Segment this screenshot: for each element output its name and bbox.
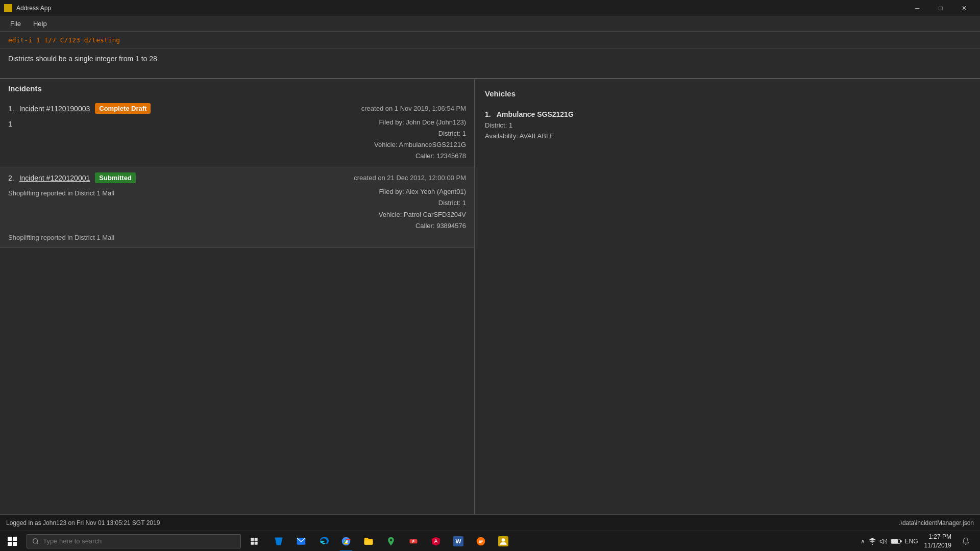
wifi-icon bbox=[868, 537, 876, 545]
title-bar-controls: ─ □ ✕ bbox=[905, 0, 976, 16]
svg-point-19 bbox=[502, 538, 505, 542]
svg-rect-6 bbox=[251, 538, 254, 541]
maps-icon-button[interactable] bbox=[380, 531, 402, 552]
incident-item-1: 1. Incident #1120190003 Complete Draft c… bbox=[0, 98, 474, 167]
incident-1-meta: Filed by: John Doe (John123) District: 1… bbox=[374, 117, 466, 162]
language-label[interactable]: ENG bbox=[905, 538, 918, 545]
incident-2-link[interactable]: Incident #1220120001 bbox=[19, 174, 90, 182]
svg-rect-1 bbox=[13, 537, 17, 541]
word-icon-button[interactable]: W bbox=[447, 531, 470, 552]
incident-item-2: 2. Incident #1220120001 Submitted create… bbox=[0, 167, 474, 247]
store-icon-button[interactable] bbox=[267, 531, 290, 552]
start-button[interactable] bbox=[0, 531, 24, 552]
incident-2-description: Shoplifting reported in District 1 Mall bbox=[8, 186, 114, 197]
edge-icon-button[interactable] bbox=[312, 531, 335, 552]
taskbar-app-icons: P W bbox=[267, 531, 514, 551]
battery-icon bbox=[891, 538, 902, 545]
svg-rect-24 bbox=[891, 539, 897, 543]
file-menu[interactable]: File bbox=[4, 18, 27, 30]
notification-button[interactable] bbox=[958, 531, 974, 552]
svg-rect-9 bbox=[255, 541, 258, 544]
taskbar-search-bar[interactable] bbox=[27, 534, 241, 548]
svg-rect-0 bbox=[8, 537, 12, 541]
menu-bar: File Help bbox=[0, 16, 980, 32]
user-icon-button[interactable] bbox=[492, 531, 514, 552]
incident-1-vehicle: Vehicle: AmbulanceSGS2121G bbox=[374, 139, 466, 151]
incident-1-district-label: District: 1 bbox=[374, 128, 466, 139]
incident-1-created: created on 1 Nov 2019, 1:06:54 PM bbox=[361, 105, 466, 112]
tray-expand-icon[interactable]: ∧ bbox=[861, 538, 865, 545]
incident-2-vehicle: Vehicle: Patrol CarSFD3204V bbox=[379, 209, 466, 220]
svg-point-4 bbox=[33, 539, 38, 543]
maximize-button[interactable]: □ bbox=[929, 0, 952, 16]
title-bar: Address App ─ □ ✕ bbox=[0, 0, 980, 16]
taskbar-search-input[interactable] bbox=[43, 537, 235, 545]
incident-2-description-bottom: Shoplifting reported in District 1 Mall bbox=[8, 232, 466, 242]
incidents-panel: Incidents 1. Incident #1120190003 Comple… bbox=[0, 79, 475, 514]
search-icon bbox=[32, 538, 39, 545]
incident-2-header: 2. Incident #1220120001 Submitted create… bbox=[8, 172, 466, 183]
close-button[interactable]: ✕ bbox=[952, 0, 976, 16]
main-content: Incidents 1. Incident #1120190003 Comple… bbox=[0, 79, 980, 514]
minimize-button[interactable]: ─ bbox=[905, 0, 929, 16]
vehicle-item-1: 1. Ambulance SGS2121G District: 1 Availa… bbox=[485, 108, 970, 144]
incident-1-header: 1. Incident #1120190003 Complete Draft c… bbox=[8, 103, 466, 114]
incident-1-filed-by: Filed by: John Doe (John123) bbox=[374, 117, 466, 128]
vehicle-1-name: 1. Ambulance SGS2121G bbox=[485, 110, 970, 118]
incident-2-meta: Filed by: Alex Yeoh (Agent01) District: … bbox=[379, 186, 466, 231]
window-title: Address App bbox=[16, 5, 51, 12]
incident-2-title-area: 2. Incident #1220120001 Submitted bbox=[8, 172, 136, 183]
incident-1-title-area: 1. Incident #1120190003 Complete Draft bbox=[8, 103, 151, 114]
tray-icons: ∧ ENG bbox=[861, 537, 918, 545]
svg-rect-8 bbox=[251, 541, 254, 544]
taskbar: P W bbox=[0, 531, 980, 551]
browser2-icon-button[interactable] bbox=[470, 531, 492, 552]
svg-line-5 bbox=[37, 542, 38, 543]
vehicles-header: Vehicles bbox=[485, 84, 970, 103]
validation-area: Districts should be a single integer fro… bbox=[0, 48, 980, 79]
taskbar-right: ∧ ENG 1:27 PM bbox=[854, 531, 980, 551]
validation-message: Districts should be a single integer fro… bbox=[8, 55, 157, 63]
explorer-icon-button[interactable] bbox=[357, 531, 380, 552]
svg-rect-2 bbox=[8, 542, 12, 546]
incident-1-caller: Caller: 12345678 bbox=[374, 151, 466, 162]
incident-1-badge[interactable]: Complete Draft bbox=[95, 103, 151, 114]
mail-icon-button[interactable] bbox=[290, 531, 312, 552]
volume-icon bbox=[879, 537, 888, 545]
task-view-button[interactable] bbox=[243, 531, 265, 552]
taskbar-left: P W bbox=[0, 531, 514, 551]
vehicle-1-district: District: 1 bbox=[485, 120, 970, 131]
chrome-icon-button[interactable] bbox=[335, 531, 357, 552]
vehicle-1-availability: Availability: AVAILABLE bbox=[485, 131, 970, 142]
incident-1-link[interactable]: Incident #1120190003 bbox=[19, 105, 90, 113]
svg-rect-3 bbox=[13, 542, 17, 546]
angular-icon-button[interactable] bbox=[425, 531, 447, 552]
incident-2-badge[interactable]: Submitted bbox=[95, 172, 136, 183]
incident-2-filed-by: Filed by: Alex Yeoh (Agent01) bbox=[379, 186, 466, 197]
game-icon-button[interactable]: P bbox=[402, 531, 425, 552]
svg-rect-23 bbox=[900, 540, 901, 542]
help-menu[interactable]: Help bbox=[27, 18, 53, 30]
vehicle-1-title: Ambulance SGS2121G bbox=[497, 110, 574, 118]
incident-1-district: 1 bbox=[8, 117, 12, 131]
incident-2-district-label: District: 1 bbox=[379, 197, 466, 209]
title-bar-left: Address App bbox=[4, 4, 51, 12]
incidents-header: Incidents bbox=[0, 79, 474, 98]
incident-1-number: 1. bbox=[8, 105, 14, 113]
svg-text:P: P bbox=[412, 539, 415, 543]
svg-text:W: W bbox=[455, 538, 461, 544]
svg-point-20 bbox=[872, 544, 873, 545]
svg-rect-7 bbox=[255, 538, 258, 541]
incident-2-caller: Caller: 93894576 bbox=[379, 220, 466, 232]
status-bar: Logged in as John123 on Fri Nov 01 13:05… bbox=[0, 514, 980, 531]
incident-2-created: created on 21 Dec 2012, 12:00:00 PM bbox=[354, 174, 466, 182]
clock[interactable]: 1:27 PM 11/1/2019 bbox=[924, 533, 951, 550]
vehicles-panel: Vehicles 1. Ambulance SGS2121G District:… bbox=[475, 79, 980, 514]
command-area: edit-i 1 I/7 C/123 d/testing bbox=[0, 32, 980, 48]
app-icon bbox=[4, 4, 12, 12]
clock-time: 1:27 PM bbox=[924, 533, 951, 541]
incident-2-number: 2. bbox=[8, 174, 14, 182]
command-text: edit-i 1 I/7 C/123 d/testing bbox=[8, 36, 120, 44]
status-right: .\data\incidentManager.json bbox=[899, 519, 974, 527]
incident-1-body: 1 Filed by: John Doe (John123) District:… bbox=[8, 117, 466, 162]
